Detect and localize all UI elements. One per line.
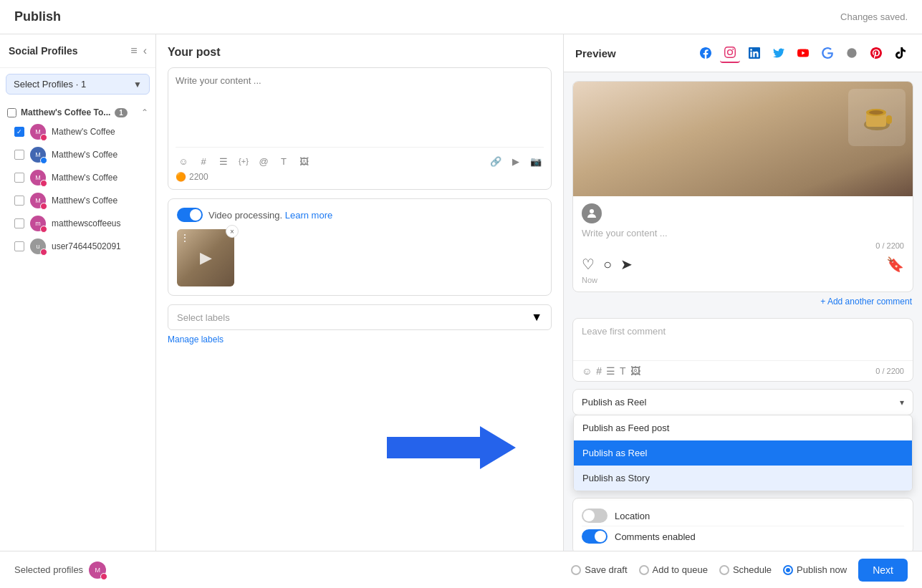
group-checkbox[interactable] xyxy=(7,108,16,117)
video-remove-button[interactable]: × xyxy=(226,225,239,238)
video-processing-toggle-switch[interactable] xyxy=(177,208,203,222)
ig-char-count: 0 / 2200 xyxy=(582,241,904,250)
share-icon[interactable]: ➤ xyxy=(620,256,633,273)
publish-now-option[interactable]: Publish now xyxy=(783,564,847,575)
labels-select-dropdown[interactable]: Select labels ▼ xyxy=(168,304,552,330)
publish-type-select[interactable]: Publish as Reel ▾ xyxy=(573,390,913,415)
curly-icon[interactable]: {+} xyxy=(236,153,251,169)
add-to-queue-radio[interactable] xyxy=(639,565,649,575)
svg-point-0 xyxy=(847,48,856,57)
manage-labels-link[interactable]: Manage labels xyxy=(168,334,224,344)
comment-input-area: Leave first comment xyxy=(573,319,913,355)
tab-google[interactable] xyxy=(817,43,837,63)
emoji-icon[interactable]: ☺ xyxy=(176,153,191,169)
tab-linkedin[interactable] xyxy=(744,43,764,63)
video-processing-section: Video processing. Learn more ▶ ⋮ × xyxy=(168,198,552,296)
content-editor: ☺ # ☰ {+} @ T 🖼 🔗 ▶ 📷 🟠 2200 xyxy=(168,67,552,190)
list-item[interactable]: M Matthew's Coffee xyxy=(0,189,155,212)
save-draft-option[interactable]: Save draft xyxy=(571,564,627,575)
comments-toggle[interactable] xyxy=(582,529,608,544)
profile-count: 1 xyxy=(115,108,128,117)
schedule-label: Schedule xyxy=(733,564,772,575)
publish-now-radio[interactable] xyxy=(783,565,793,575)
video-menu-icon[interactable]: ⋮ xyxy=(180,232,190,244)
profile-checkbox-4[interactable] xyxy=(14,196,24,206)
like-icon[interactable]: ♡ xyxy=(582,256,595,273)
comment-placeholder: Leave first comment xyxy=(582,326,904,337)
profile-avatar-3: M xyxy=(30,170,46,185)
editor-toolbar: ☺ # ☰ {+} @ T 🖼 🔗 ▶ 📷 xyxy=(176,147,544,169)
dropdown-option-story[interactable]: Publish as Story xyxy=(574,466,912,491)
add-comment-button[interactable]: + Add another comment xyxy=(820,297,912,307)
profile-name-2: Matthew's Coffee xyxy=(52,150,117,160)
preview-panel: Preview xyxy=(564,34,922,551)
toggle-knob xyxy=(190,209,201,221)
profile-checkbox-1[interactable]: ✓ xyxy=(14,127,24,137)
list-item[interactable]: u user74644502091 xyxy=(0,235,155,258)
char-limit: 2200 xyxy=(189,172,208,182)
comment-list-icon[interactable]: ☰ xyxy=(606,365,615,377)
ig-timestamp: Now xyxy=(582,276,904,284)
list-item[interactable]: M Matthew's Coffee xyxy=(0,143,155,166)
list-item[interactable]: m matthewscoffeeus xyxy=(0,212,155,235)
tab-youtube[interactable] xyxy=(793,43,813,63)
tab-facebook[interactable] xyxy=(696,43,716,63)
comment-media-icon[interactable]: 🖼 xyxy=(630,365,640,377)
camera-icon[interactable]: 📷 xyxy=(528,153,544,169)
comment-emoji-icon[interactable]: ☺ xyxy=(582,365,592,377)
media-icon[interactable]: 🖼 xyxy=(296,153,312,169)
coffee-cup-preview xyxy=(848,89,906,146)
profile-checkbox-2[interactable] xyxy=(14,150,24,160)
location-toggle[interactable] xyxy=(582,509,608,523)
tab-instagram[interactable] xyxy=(720,43,740,63)
labels-section: Select labels ▼ Manage labels xyxy=(168,304,552,345)
bookmark-icon[interactable]: 🔖 xyxy=(886,256,904,273)
video-processing-toggle: Video processing. Learn more xyxy=(177,208,542,222)
save-draft-radio[interactable] xyxy=(571,565,581,575)
profile-checkbox-6[interactable] xyxy=(14,241,24,251)
profile-name-3: Matthew's Coffee xyxy=(52,173,117,183)
collapse-icon[interactable]: ‹ xyxy=(143,44,147,57)
next-button[interactable]: Next xyxy=(858,559,908,582)
comments-label: Comments enabled xyxy=(615,531,696,542)
content-textarea[interactable] xyxy=(176,75,544,147)
list-item[interactable]: ✓ M Mathew's Coffee xyxy=(0,120,155,143)
comment-toolbar-icons: ☺ # ☰ T 🖼 xyxy=(582,365,640,377)
group-toggle-icon[interactable]: ⌃ xyxy=(141,107,148,117)
ig-content-text: Write your content ... xyxy=(582,228,904,238)
tab-tiktok[interactable] xyxy=(890,43,911,63)
tab-pinterest[interactable] xyxy=(866,43,886,63)
preview-content: Write your content ... 0 / 2200 ♡ ○ ➤ 🔖 … xyxy=(564,72,922,551)
profile-name-6: user74644502091 xyxy=(52,241,121,251)
list-icon[interactable]: ☰ xyxy=(216,153,231,169)
comment-text-icon[interactable]: T xyxy=(620,365,626,377)
dropdown-option-feed[interactable]: Publish as Feed post xyxy=(574,415,912,440)
tab-twitter[interactable] xyxy=(769,43,789,63)
profile-checkbox-3[interactable] xyxy=(14,173,24,183)
schedule-option[interactable]: Schedule xyxy=(719,564,772,575)
mention-icon[interactable]: @ xyxy=(256,153,272,169)
profile-checkbox-5[interactable] xyxy=(14,218,24,228)
ig-post-preview: Write your content ... 0 / 2200 ♡ ○ ➤ 🔖 … xyxy=(572,81,913,292)
hashtag-icon[interactable]: # xyxy=(196,153,211,169)
filter-icon[interactable]: ≡ xyxy=(130,44,137,57)
options-section: Location Comments enabled xyxy=(572,498,913,551)
select-profiles-dropdown[interactable]: Select Profiles · 1 ▼ xyxy=(6,74,150,95)
add-to-queue-option[interactable]: Add to queue xyxy=(639,564,708,575)
tab-extra[interactable] xyxy=(842,43,862,63)
comment-icon[interactable]: ○ xyxy=(603,256,612,273)
video-icon[interactable]: ▶ xyxy=(508,153,524,169)
text-icon[interactable]: T xyxy=(276,153,292,169)
schedule-radio[interactable] xyxy=(719,565,729,575)
preview-title: Preview xyxy=(575,47,616,59)
profile-avatar-1: M xyxy=(30,124,46,140)
video-processing-text: Video processing. Learn more xyxy=(208,210,332,221)
comment-hashtag-icon[interactable]: # xyxy=(596,365,602,377)
footer-right: Save draft Add to queue Schedule Publish… xyxy=(571,559,908,582)
ig-actions: ♡ ○ ➤ 🔖 xyxy=(582,250,904,276)
dropdown-option-reel[interactable]: Publish as Reel xyxy=(574,440,912,466)
learn-more-link[interactable]: Learn more xyxy=(285,210,332,221)
list-item[interactable]: M Matthew's Coffee xyxy=(0,166,155,189)
link-icon[interactable]: 🔗 xyxy=(488,153,504,169)
profile-name-1: Mathew's Coffee xyxy=(52,127,115,137)
